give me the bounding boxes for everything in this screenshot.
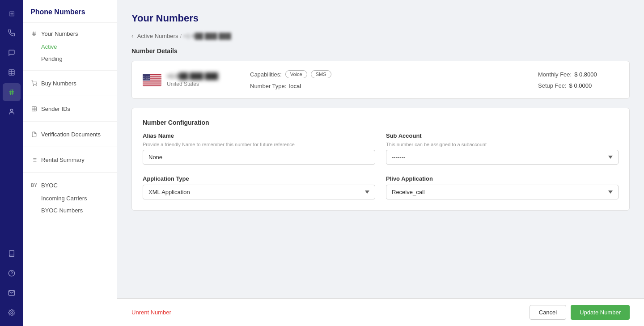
cancel-button[interactable]: Cancel — [530, 305, 566, 320]
sidebar-sub-item-active[interactable]: Active — [23, 41, 117, 53]
application-type-label: Application Type — [143, 175, 375, 182]
config-grid: Alias Name Provide a friendly Name to re… — [143, 132, 619, 199]
sms-badge: SMS — [311, 70, 331, 78]
svg-line-14 — [33, 31, 34, 36]
book-icon[interactable] — [3, 245, 21, 262]
sidebar-item-verification-docs[interactable]: Verification Documents — [23, 127, 117, 141]
icon-bar: ⊞ — [0, 0, 23, 326]
alias-name-group: Alias Name Provide a friendly Name to re… — [143, 132, 375, 165]
number-info: +1 6██ ███ ███ United States — [167, 72, 218, 87]
unrent-number-button[interactable]: Unrent Number — [131, 309, 171, 316]
id-icon — [30, 105, 38, 112]
svg-point-11 — [11, 312, 13, 313]
monthly-fee-row: Monthly Fee: $ 0.8000 — [538, 71, 619, 78]
contacts-icon[interactable] — [3, 103, 21, 121]
list-icon — [30, 156, 38, 163]
your-numbers-section: Your Numbers Active Pending — [23, 23, 117, 68]
back-arrow-icon: ‹ — [131, 32, 134, 39]
bottom-bar: Unrent Number Cancel Update Number — [117, 298, 644, 326]
number-details-title: Number Details — [131, 47, 630, 55]
number-type-value: local — [289, 83, 301, 89]
settings-icon[interactable] — [3, 304, 21, 322]
breadcrumb-separator: / — [180, 33, 182, 39]
your-numbers-label: Your Numbers — [41, 30, 78, 37]
setup-fee-row: Setup Fee: $ 0.0000 — [538, 82, 619, 89]
number-config-section: Number Configuration Alias Name Provide … — [131, 108, 630, 211]
sidebar-sub-item-incoming-carriers[interactable]: Incoming Carriers — [23, 192, 117, 204]
flag-icon: ★ ★ ★ ★ ★ ★ ★ ★ ★ ★ ★ ★ ★ ★ ★ ★ ★ ★ ★ ★ … — [143, 74, 161, 86]
monthly-fee-value: $ 0.8000 — [574, 71, 597, 78]
setup-fee-value: $ 0.0000 — [569, 82, 592, 89]
fees-section: Monthly Fee: $ 0.8000 Setup Fee: $ 0.000… — [538, 71, 619, 89]
sidebar: Phone Numbers Your Numbers Active Pendin… — [23, 0, 117, 326]
sub-account-hint: This number can be assigned to a subacco… — [386, 142, 619, 147]
application-type-select[interactable]: XML Application PHLO Application — [143, 185, 375, 199]
number-flag-section: ★ ★ ★ ★ ★ ★ ★ ★ ★ ★ ★ ★ ★ ★ ★ ★ ★ ★ ★ ★ … — [143, 72, 232, 87]
sidebar-item-buy-numbers[interactable]: Buy Numbers — [23, 76, 117, 90]
svg-rect-34 — [143, 84, 161, 85]
sub-account-select[interactable]: ------- — [386, 150, 619, 165]
rental-summary-section: Rental Summary — [23, 149, 117, 170]
main-content: Your Numbers ‹ Active Numbers / +1 6██ █… — [117, 0, 644, 326]
breadcrumb: ‹ Active Numbers / +1 6██ ███ ███ — [131, 32, 630, 39]
update-number-button[interactable]: Update Number — [571, 305, 630, 320]
svg-point-8 — [10, 109, 13, 111]
phone-icon[interactable] — [3, 24, 21, 42]
table-icon[interactable] — [3, 64, 21, 81]
verification-docs-label: Verification Documents — [41, 131, 101, 138]
svg-text:★ ★ ★ ★ ★: ★ ★ ★ ★ ★ — [144, 79, 149, 80]
page-title: Your Numbers — [131, 13, 630, 24]
svg-point-16 — [33, 85, 34, 85]
chat-icon[interactable] — [3, 44, 21, 62]
cart-icon — [30, 80, 38, 87]
capabilities-label: Capabilities: — [250, 71, 282, 78]
sidebar-item-rental-summary[interactable]: Rental Summary — [23, 152, 117, 167]
svg-rect-33 — [143, 82, 161, 83]
plivo-application-label: Plivo Application — [386, 175, 619, 182]
grid-icon[interactable]: ⊞ — [3, 4, 21, 22]
svg-line-7 — [12, 89, 13, 95]
alias-name-input[interactable] — [143, 150, 375, 165]
buy-numbers-section: Buy Numbers — [23, 72, 117, 94]
sidebar-sub-item-pending[interactable]: Pending — [23, 53, 117, 65]
voice-badge: Voice — [285, 70, 307, 78]
alias-name-label: Alias Name — [143, 132, 375, 139]
svg-point-17 — [36, 85, 36, 85]
help-icon[interactable] — [3, 264, 21, 282]
sender-ids-section: Sender IDs — [23, 98, 117, 119]
doc-icon — [30, 131, 38, 138]
number-details-card: ★ ★ ★ ★ ★ ★ ★ ★ ★ ★ ★ ★ ★ ★ ★ ★ ★ ★ ★ ★ … — [131, 61, 630, 99]
breadcrumb-back[interactable]: Active Numbers — [137, 33, 178, 39]
byoc-label: BYOC — [41, 182, 58, 189]
number-type-label: Number Type: — [250, 83, 286, 89]
breadcrumb-current: +1 6██ ███ ███ — [183, 33, 231, 39]
plivo-application-group: Plivo Application Receive_call None — [386, 175, 619, 199]
byoc-section: BY BYOC Incoming Carriers BYOC Numbers — [23, 174, 117, 220]
byoc-icon: BY — [30, 182, 38, 189]
sidebar-item-your-numbers[interactable]: Your Numbers — [23, 26, 117, 41]
sidebar-sub-item-byoc-numbers[interactable]: BYOC Numbers — [23, 204, 117, 216]
sidebar-title: Phone Numbers — [23, 0, 117, 23]
mail-icon[interactable] — [3, 284, 21, 302]
number-config-title: Number Configuration — [143, 119, 619, 126]
sidebar-item-sender-ids[interactable]: Sender IDs — [23, 102, 117, 116]
buy-numbers-label: Buy Numbers — [41, 80, 76, 87]
country-name: United States — [167, 81, 218, 87]
capabilities-section: Capabilities: Voice SMS Number Type: loc… — [250, 70, 520, 89]
svg-line-15 — [34, 31, 35, 36]
sidebar-item-byoc[interactable]: BY BYOC — [23, 178, 117, 192]
action-buttons: Cancel Update Number — [530, 305, 630, 320]
verification-docs-section: Verification Documents — [23, 123, 117, 145]
alias-name-hint: Provide a friendly Name to remember this… — [143, 142, 375, 147]
svg-rect-32 — [143, 80, 161, 81]
hash-icon[interactable] — [3, 83, 21, 101]
hash-sidebar-icon — [30, 30, 38, 37]
svg-line-6 — [10, 89, 11, 95]
sender-ids-label: Sender IDs — [41, 106, 70, 112]
application-type-group: Application Type XML Application PHLO Ap… — [143, 175, 375, 199]
setup-fee-label: Setup Fee: — [538, 82, 567, 89]
sub-account-label: Sub Account — [386, 132, 619, 139]
monthly-fee-label: Monthly Fee: — [538, 71, 572, 78]
plivo-application-select[interactable]: Receive_call None — [386, 185, 619, 199]
rental-summary-label: Rental Summary — [41, 157, 85, 163]
